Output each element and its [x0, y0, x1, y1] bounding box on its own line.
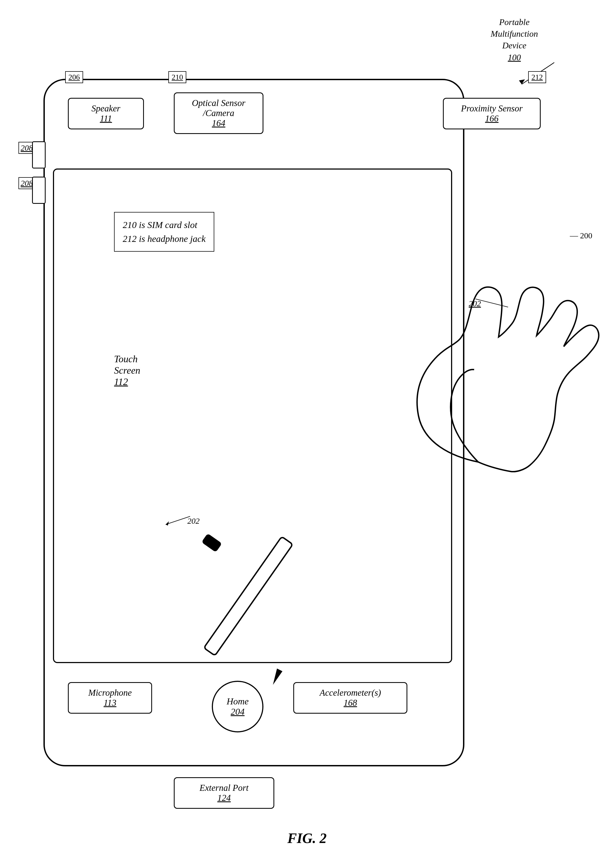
vol-btn-top: [32, 141, 46, 168]
vol-btn-bottom: [32, 177, 46, 204]
hand-leader-line: [476, 294, 511, 310]
accelerometer-component: Accelerometer(s) 168: [293, 682, 407, 714]
home-button: Home 204: [212, 681, 264, 733]
label-212: 212: [528, 71, 546, 83]
svg-marker-1: [519, 79, 525, 84]
proximity-sensor-component: Proximity Sensor 166: [443, 98, 541, 129]
svg-line-6: [166, 516, 190, 524]
stylus-illustration: [177, 516, 340, 706]
svg-rect-3: [204, 537, 293, 655]
device-title: Portable Multifunction Device 100: [491, 16, 538, 63]
svg-marker-4: [273, 669, 282, 685]
device-ref-200: — 200: [570, 231, 592, 240]
annotation-box: 210 is SIM card slot 212 is headphone ja…: [114, 212, 214, 252]
svg-line-2: [476, 299, 508, 307]
figure-label: FIG. 2: [287, 830, 326, 846]
label-210: 210: [168, 71, 186, 83]
hand-illustration: [397, 239, 614, 484]
touch-screen-label: Touch Screen 112: [114, 353, 140, 387]
label-206: 206: [65, 71, 83, 83]
svg-rect-5: [202, 534, 221, 551]
optical-sensor-component: Optical Sensor /Camera 164: [174, 92, 264, 134]
stylus-leader-line: [160, 511, 193, 527]
speaker-component: Speaker 111: [68, 98, 144, 129]
external-port-component: External Port 124: [174, 777, 274, 809]
microphone-component: Microphone 113: [68, 682, 152, 714]
